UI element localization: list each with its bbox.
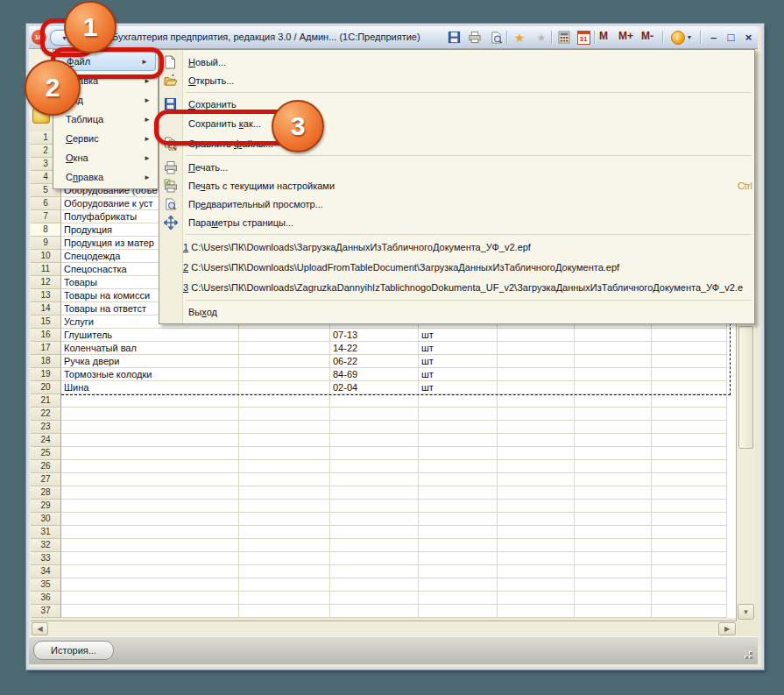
row-header[interactable]: 16 <box>31 329 61 342</box>
sheet-cell[interactable] <box>498 447 575 460</box>
sheet-cell[interactable] <box>498 578 575 592</box>
add-favorite-button[interactable]: ★ <box>511 29 528 46</box>
sheet-cell[interactable] <box>239 394 330 408</box>
sheet-cell[interactable] <box>419 578 498 592</box>
sheet-cell[interactable] <box>330 394 419 408</box>
sheet-cell[interactable] <box>239 447 330 460</box>
sheet-cell[interactable] <box>330 578 419 592</box>
sheet-cell[interactable] <box>239 552 330 565</box>
sheet-cell[interactable]: шт <box>419 329 498 342</box>
sheet-cell[interactable] <box>239 486 330 500</box>
sheet-cell[interactable] <box>498 539 575 552</box>
row-header[interactable]: 28 <box>31 486 61 500</box>
file-menu-item-8[interactable]: Печать... <box>159 158 754 176</box>
row-header[interactable]: 14 <box>31 302 61 316</box>
row-header[interactable]: 6 <box>31 197 61 210</box>
sheet-cell[interactable] <box>575 381 652 394</box>
main-menu-item-4[interactable]: Таблица► <box>53 110 158 129</box>
sheet-cell[interactable] <box>61 578 239 592</box>
row-header[interactable]: 25 <box>31 447 61 460</box>
sheet-cell[interactable] <box>330 460 419 473</box>
sheet-cell[interactable] <box>575 421 652 434</box>
row-header[interactable]: 12 <box>31 276 61 289</box>
sheet-cell[interactable]: Тормозные колодки <box>61 368 239 381</box>
sheet-cell[interactable] <box>61 500 239 513</box>
scroll-left-button[interactable]: ◀ <box>32 622 48 635</box>
sheet-cell[interactable] <box>330 408 419 421</box>
calendar-button[interactable]: 31 <box>575 29 592 46</box>
sheet-cell[interactable] <box>61 434 239 447</box>
sheet-cell[interactable] <box>330 421 419 434</box>
sheet-cell[interactable] <box>575 486 652 500</box>
row-header[interactable]: 30 <box>31 513 61 526</box>
favorite-disabled-button[interactable]: ★ <box>533 29 550 46</box>
sheet-cell[interactable] <box>330 447 419 460</box>
sheet-cell[interactable] <box>419 486 498 500</box>
sheet-cell[interactable] <box>652 578 727 592</box>
sheet-cell[interactable]: шт <box>419 381 498 394</box>
sheet-cell[interactable] <box>419 421 498 434</box>
sheet-cell[interactable] <box>498 355 575 368</box>
sheet-cell[interactable] <box>498 421 575 434</box>
sheet-cell[interactable] <box>498 526 575 539</box>
file-menu-item-1[interactable]: Новый... <box>159 53 754 71</box>
maximize-button[interactable]: □ <box>724 29 738 45</box>
sheet-cell[interactable] <box>61 526 239 539</box>
sheet-cell[interactable]: шт <box>419 368 498 381</box>
sheet-cell[interactable] <box>419 565 498 578</box>
sheet-cell[interactable] <box>575 605 652 618</box>
sheet-cell[interactable] <box>239 355 330 368</box>
sheet-cell[interactable] <box>498 500 575 513</box>
sheet-cell[interactable] <box>330 434 419 447</box>
sheet-cell[interactable] <box>61 513 239 526</box>
sheet-cell[interactable] <box>652 592 727 605</box>
sheet-cell[interactable] <box>239 381 330 394</box>
sheet-cell[interactable]: 07-13 <box>330 329 419 342</box>
sheet-cell[interactable] <box>330 552 419 565</box>
sheet-cell[interactable] <box>61 460 239 473</box>
sheet-cell[interactable] <box>575 500 652 513</box>
sheet-cell[interactable] <box>239 513 330 526</box>
sheet-cell[interactable] <box>575 447 652 460</box>
file-menu-item-9[interactable]: Печать с текущими настройкамиCtrl <box>159 176 754 195</box>
sheet-cell[interactable] <box>575 473 652 486</box>
sheet-cell[interactable]: Ручка двери <box>61 355 239 368</box>
sheet-cell[interactable] <box>330 565 419 578</box>
sheet-cell[interactable] <box>652 355 727 368</box>
sheet-cell[interactable] <box>498 460 575 473</box>
sheet-cell[interactable] <box>498 552 575 565</box>
sheet-cell[interactable] <box>239 605 330 618</box>
sheet-cell[interactable] <box>61 539 239 552</box>
sheet-cell[interactable] <box>575 526 652 539</box>
sheet-cell[interactable] <box>330 539 419 552</box>
calculator-button[interactable] <box>555 29 573 46</box>
row-header[interactable]: 10 <box>31 250 61 263</box>
sheet-cell[interactable] <box>239 578 330 592</box>
sheet-cell[interactable]: шт <box>419 342 498 355</box>
sheet-cell[interactable] <box>652 513 727 526</box>
sheet-cell[interactable]: 06-22 <box>330 355 419 368</box>
sheet-cell[interactable] <box>239 539 330 552</box>
save-button[interactable] <box>445 29 463 46</box>
sheet-cell[interactable] <box>239 592 330 605</box>
sheet-cell[interactable] <box>575 592 652 605</box>
sheet-cell[interactable] <box>239 565 330 578</box>
close-button[interactable]: × <box>741 29 756 45</box>
minimize-button[interactable]: – <box>706 29 721 45</box>
sheet-cell[interactable] <box>330 513 419 526</box>
sheet-cell[interactable] <box>575 460 652 473</box>
sheet-cell[interactable] <box>419 513 498 526</box>
sheet-cell[interactable]: 84-69 <box>330 368 419 381</box>
sheet-cell[interactable] <box>419 539 498 552</box>
sheet-cell[interactable] <box>498 394 575 408</box>
row-header[interactable]: 33 <box>31 552 61 565</box>
sheet-cell[interactable] <box>330 605 419 618</box>
vertical-scrollbar-thumb[interactable] <box>738 326 753 449</box>
sheet-cell[interactable] <box>61 473 239 486</box>
sheet-cell[interactable] <box>498 486 575 500</box>
sheet-cell[interactable] <box>575 434 652 447</box>
row-header[interactable]: 7 <box>31 210 61 223</box>
sheet-cell[interactable] <box>419 434 498 447</box>
sheet-cell[interactable] <box>61 447 239 460</box>
sheet-cell[interactable] <box>239 500 330 513</box>
